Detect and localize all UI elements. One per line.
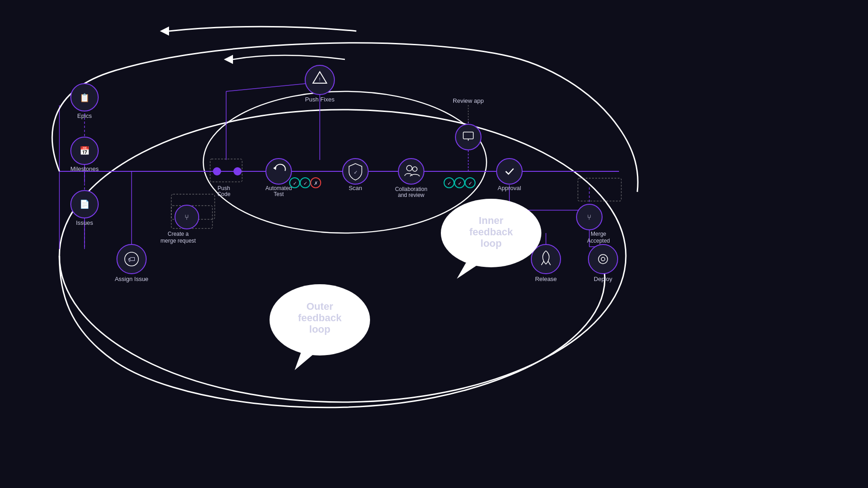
svg-text:✗: ✗: [314, 180, 318, 186]
svg-text:Push: Push: [217, 185, 230, 191]
svg-text:Release: Release: [535, 276, 557, 282]
svg-text:✓: ✓: [458, 180, 462, 186]
issues-label: Issues: [76, 219, 93, 226]
svg-text:Collaboration: Collaboration: [395, 186, 428, 192]
svg-text:Push Fixes: Push Fixes: [305, 96, 335, 103]
svg-text:✓: ✓: [293, 180, 297, 186]
milestones-label: Milestones: [70, 165, 99, 172]
svg-text:Accepted: Accepted: [587, 238, 610, 244]
svg-text:Review app: Review app: [453, 97, 484, 104]
svg-text:Code: Code: [217, 191, 231, 197]
svg-text:✓: ✓: [447, 180, 451, 186]
svg-text:merge request: merge request: [160, 238, 196, 244]
svg-text:Create a: Create a: [168, 231, 189, 237]
svg-text:Approval: Approval: [498, 185, 521, 191]
svg-text:and review: and review: [398, 192, 424, 198]
svg-text:✓: ✓: [468, 180, 472, 186]
epics-label: Epics: [77, 112, 92, 119]
svg-rect-0: [0, 0, 868, 488]
svg-text:Test: Test: [274, 191, 284, 197]
svg-text:✓: ✓: [303, 180, 307, 186]
svg-text:Scan: Scan: [349, 185, 362, 191]
assign-issue-label: Assign Issue: [115, 276, 148, 282]
svg-text:Automated: Automated: [265, 185, 292, 191]
svg-text:Merge: Merge: [591, 231, 606, 237]
svg-text:Deploy: Deploy: [594, 276, 613, 282]
